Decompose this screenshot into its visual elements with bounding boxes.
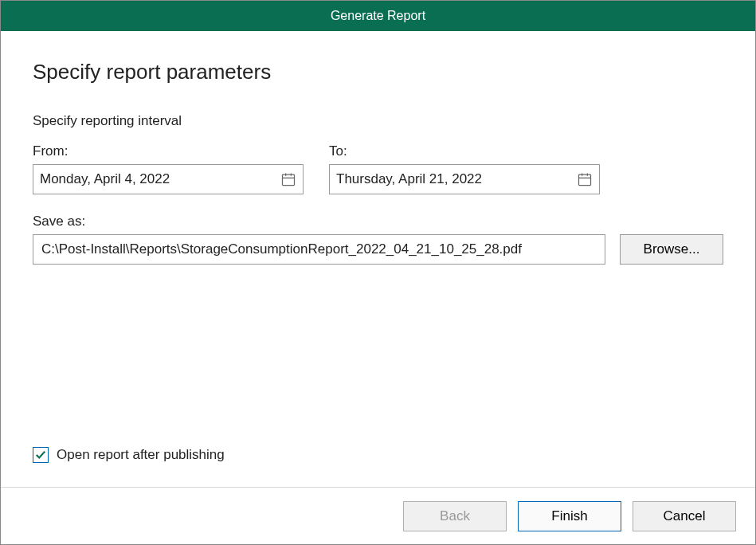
generate-report-dialog: Generate Report Specify report parameter… bbox=[0, 0, 756, 545]
save-path-input[interactable]: C:\Post-Install\Reports\StorageConsumpti… bbox=[33, 234, 605, 265]
interval-section-label: Specify reporting interval bbox=[33, 113, 723, 129]
svg-rect-12 bbox=[579, 174, 591, 185]
to-date-input[interactable]: Thursday, April 21, 2022 bbox=[329, 164, 600, 194]
svg-rect-2 bbox=[283, 174, 295, 185]
save-as-controls: C:\Post-Install\Reports\StorageConsumpti… bbox=[33, 234, 723, 265]
from-date-column: From: Monday, April 4, 2022 bbox=[33, 143, 304, 194]
page-title: Specify report parameters bbox=[33, 60, 723, 84]
calendar-icon[interactable] bbox=[577, 171, 593, 187]
save-as-row: Save as: C:\Post-Install\Reports\Storage… bbox=[33, 214, 723, 265]
checkmark-icon bbox=[35, 449, 46, 461]
from-label: From: bbox=[33, 143, 304, 159]
content-spacer bbox=[33, 287, 723, 447]
close-button[interactable] bbox=[717, 1, 747, 31]
date-range-row: From: Monday, April 4, 2022 bbox=[33, 143, 723, 194]
open-after-checkbox[interactable] bbox=[33, 447, 49, 463]
dialog-title: Generate Report bbox=[331, 9, 425, 23]
save-path-value: C:\Post-Install\Reports\StorageConsumpti… bbox=[41, 241, 522, 257]
browse-button[interactable]: Browse... bbox=[620, 234, 723, 265]
save-as-label: Save as: bbox=[33, 214, 723, 229]
dialog-content: Specify report parameters Specify report… bbox=[1, 31, 755, 487]
cancel-button[interactable]: Cancel bbox=[633, 501, 736, 531]
to-label: To: bbox=[329, 143, 600, 159]
from-date-input[interactable]: Monday, April 4, 2022 bbox=[33, 164, 304, 194]
calendar-icon[interactable] bbox=[280, 171, 296, 187]
to-date-column: To: Thursday, April 21, 2022 bbox=[329, 143, 600, 194]
open-after-label[interactable]: Open report after publishing bbox=[57, 447, 225, 463]
open-after-row: Open report after publishing bbox=[33, 447, 723, 463]
from-date-value: Monday, April 4, 2022 bbox=[40, 171, 280, 187]
finish-button[interactable]: Finish bbox=[518, 501, 621, 531]
to-date-value: Thursday, April 21, 2022 bbox=[336, 171, 577, 187]
dialog-footer: Back Finish Cancel bbox=[1, 487, 755, 544]
back-button: Back bbox=[403, 501, 507, 531]
titlebar: Generate Report bbox=[1, 1, 755, 31]
